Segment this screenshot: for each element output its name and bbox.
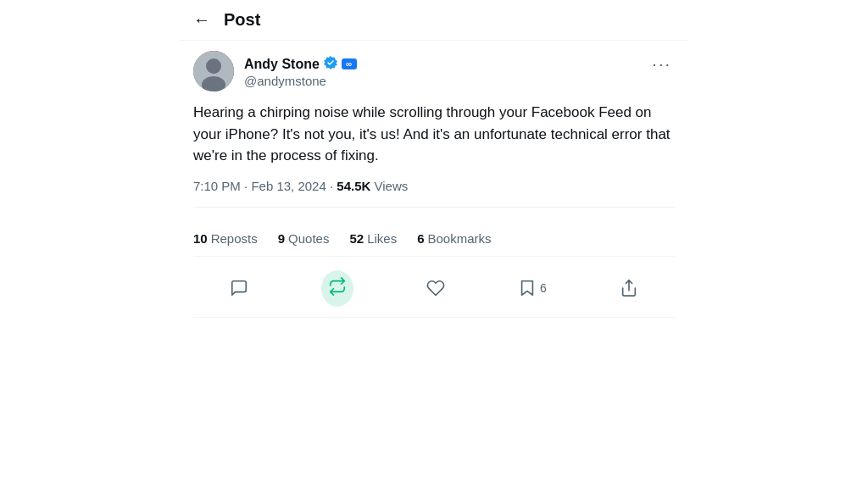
post-date: Feb 13, 2024 [251,179,326,193]
post-text: Hearing a chirping noise while scrolling… [193,102,675,167]
user-handle[interactable]: @andymstone [244,74,357,88]
repost-button[interactable]: Repost [314,263,360,313]
svg-point-1 [206,58,221,74]
likes-label: Likes [367,231,397,246]
bookmark-button[interactable]: 6 [511,272,554,304]
quotes-stat[interactable]: 9 Quotes [278,231,330,246]
likes-count: 52 [349,231,364,246]
post-views-count: 54.5K [337,179,370,193]
reposts-label: Reposts [211,231,258,246]
quotes-count: 9 [278,231,285,246]
actions-row: Repost 6 [193,257,675,318]
repost-icon [328,277,347,296]
user-row: Andy Stone ∞ @andymstone ··· [193,51,675,92]
reply-icon [230,279,248,297]
user-left: Andy Stone ∞ @andymstone [193,51,357,92]
share-icon [620,279,638,297]
svg-marker-3 [522,281,533,296]
quotes-label: Quotes [288,231,329,246]
avatar-image [193,51,234,92]
meta-badge: ∞ [342,58,357,69]
bookmarks-stat[interactable]: 6 Bookmarks [417,231,491,246]
verified-icon [323,55,338,74]
like-icon [426,279,445,297]
post-views-label-text: Views [375,179,409,193]
user-name-row: Andy Stone ∞ [244,55,357,74]
post-meta: 7:10 PM · Feb 13, 2024 · 54.5K Views [193,179,675,208]
repost-ring [321,270,353,307]
bookmarks-label: Bookmarks [428,231,492,246]
likes-stat[interactable]: 52 Likes [349,231,397,246]
header: ← Post [180,0,688,41]
bookmarks-count: 6 [417,231,424,246]
user-name[interactable]: Andy Stone [244,57,320,72]
avatar[interactable] [193,51,234,92]
bookmark-count: 6 [540,281,547,295]
page-title: Post [224,10,260,30]
bookmark-icon [518,279,537,297]
reply-button[interactable] [223,272,255,304]
reposts-stat[interactable]: 10 Reposts [193,231,258,246]
reposts-count: 10 [193,231,208,246]
like-button[interactable] [420,272,452,304]
share-button[interactable] [613,272,645,304]
post-container: Andy Stone ∞ @andymstone ··· Hearing a c… [180,41,688,318]
user-info: Andy Stone ∞ @andymstone [244,55,357,88]
back-button[interactable]: ← [193,10,210,30]
more-options-button[interactable]: ··· [648,51,675,77]
post-time: 7:10 PM [193,179,241,193]
stats-row: 10 Reposts 9 Quotes 52 Likes 6 Bookmarks [193,221,675,257]
